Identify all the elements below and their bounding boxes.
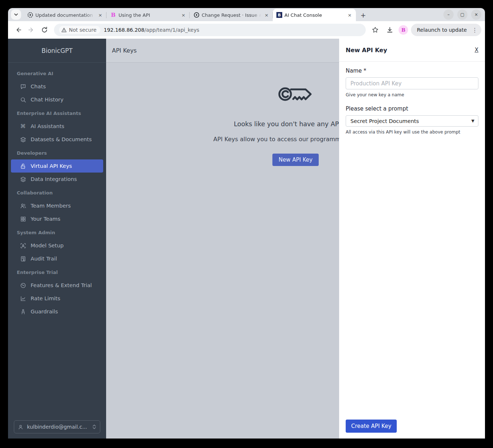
sidebar-item-label: AI Assistants: [31, 123, 64, 129]
sidebar-nav: Generative AI ? Chats Chat History Enter…: [8, 63, 106, 420]
bookmark-star-button[interactable]: [369, 24, 381, 36]
address-bar[interactable]: Not secure 192.168.86.208/app/team/1/api…: [54, 24, 366, 36]
panel-header: New API Key X: [339, 39, 485, 62]
tab-close-icon[interactable]: ×: [180, 12, 187, 18]
tab-close-icon[interactable]: ×: [346, 12, 353, 18]
sidebar-item-data-integrations[interactable]: Data Integrations: [11, 173, 103, 186]
empty-state-title: Looks like you don't have any API keys: [234, 120, 357, 128]
name-help-text: Give your new key a name: [346, 92, 478, 97]
sidebar-item-label: Guardrails: [31, 309, 58, 314]
relaunch-update-button[interactable]: Relaunch to update ⋮: [411, 24, 481, 36]
app-content: BionicGPT Generative AI ? Chats Chat His…: [8, 39, 485, 439]
app-logo: BionicGPT: [8, 39, 106, 63]
url-host: 192.168.86.208: [104, 27, 144, 33]
sidebar-item-label: Virtual API Keys: [31, 163, 72, 169]
prompt-help-text: All access via this API key will use the…: [346, 130, 478, 135]
minimize-button[interactable]: –: [443, 9, 454, 20]
sidebar-item-label: Datasets & Documents: [31, 136, 92, 142]
sidebar-item-audit-trail[interactable]: Audit Trail: [11, 252, 103, 265]
select-caret-icon: ▼: [471, 119, 474, 123]
prompt-selected-value: Secret Project Documents: [350, 118, 419, 124]
sidebar-item-model-setup[interactable]: Model Setup: [11, 239, 103, 252]
sidebar-item-team-members[interactable]: Team Members: [11, 199, 103, 212]
sidebar-item-guardrails[interactable]: Guardrails: [11, 305, 103, 318]
sidebar-item-label: Audit Trail: [31, 256, 57, 262]
sidebar-item-label: Chat History: [31, 97, 63, 103]
guardrail-person-icon: [20, 308, 26, 315]
name-label: Name *: [346, 67, 478, 74]
download-icon: [387, 27, 393, 33]
sidebar-item-label: Model Setup: [31, 243, 63, 248]
bionic-pink-favicon-icon: B: [110, 12, 116, 18]
bionic-navy-favicon-icon: B: [276, 12, 282, 18]
search-icon: [20, 96, 26, 103]
new-api-key-panel: New API Key X Name * Give your new key a…: [339, 39, 485, 439]
tab-updated-documentation[interactable]: Updated documentation ×: [23, 9, 106, 21]
new-tab-button[interactable]: +: [358, 10, 368, 20]
section-enterprise-trial: Enterprise Trial: [8, 265, 106, 279]
layers-icon: [20, 136, 26, 143]
sidebar-item-label: Your Teams: [31, 216, 60, 222]
section-developers: Developers: [8, 146, 106, 159]
tab-change-request[interactable]: Change Request · Issue # ×: [190, 9, 273, 21]
users-icon: [20, 202, 26, 209]
github-favicon-icon: [193, 12, 199, 18]
sidebar-item-your-teams[interactable]: Your Teams: [11, 212, 103, 225]
tab-title: AI Chat Console: [284, 12, 344, 18]
new-api-key-button[interactable]: New API Key: [272, 154, 319, 166]
maximize-button[interactable]: ▢: [457, 9, 467, 20]
api-key-icon: [277, 83, 314, 104]
sidebar-item-features-extend-trial[interactable]: Features & Extend Trial: [11, 279, 103, 292]
page-title: API Keys: [112, 47, 137, 54]
bionic-extension-icon[interactable]: B: [399, 25, 408, 35]
sidebar-item-label: Chats: [31, 84, 46, 89]
prompt-label: Please select a prompt: [346, 105, 478, 112]
reload-button[interactable]: [39, 24, 50, 36]
prompt-select[interactable]: Secret Project Documents ▼: [346, 115, 478, 127]
reload-icon: [41, 27, 48, 33]
user-email: kulbinderdio@gmail.c...: [27, 424, 89, 430]
tab-using-the-api[interactable]: B Using the API ×: [106, 9, 190, 21]
sidebar-item-datasets-documents[interactable]: Datasets & Documents: [11, 133, 103, 146]
lock-open-icon: [20, 163, 26, 169]
user-menu-select[interactable]: kulbinderdio@gmail.c...: [14, 420, 100, 433]
section-collaboration: Collaboration: [8, 186, 106, 199]
tab-close-icon[interactable]: ×: [97, 12, 104, 18]
user-icon: [18, 424, 23, 430]
sidebar-item-rate-limits[interactable]: Rate Limits: [11, 292, 103, 305]
chevron-down-icon: [14, 12, 18, 17]
tab-search-button[interactable]: [11, 9, 21, 20]
chart-line-icon: [20, 295, 26, 302]
tab-close-icon[interactable]: ×: [263, 12, 270, 18]
sidebar-item-label: Data Integrations: [31, 176, 77, 182]
github-favicon-icon: [27, 12, 33, 18]
sidebar-item-ai-assistants[interactable]: ⌘ AI Assistants: [11, 120, 103, 133]
window-controls: – ▢ ×: [443, 9, 481, 20]
chat-bubble-icon: ?: [20, 83, 26, 90]
sidebar-item-chats[interactable]: ? Chats: [11, 80, 103, 93]
sidebar-item-label: Features & Extend Trial: [31, 282, 92, 288]
create-api-key-button[interactable]: Create API Key: [346, 420, 397, 433]
forward-button[interactable]: [26, 24, 37, 36]
forward-arrow-icon: [28, 27, 35, 33]
sidebar-item-virtual-api-keys[interactable]: Virtual API Keys: [11, 159, 103, 173]
security-chip[interactable]: Not secure: [59, 26, 100, 34]
grid-icon: [20, 216, 26, 222]
api-key-name-input[interactable]: [346, 77, 478, 89]
download-button[interactable]: [384, 24, 396, 36]
select-chevrons-icon: [92, 424, 96, 429]
tab-strip: Updated documentation × B Using the API …: [8, 8, 485, 21]
browser-menu-icon[interactable]: ⋮: [470, 27, 479, 34]
sidebar-item-label: Rate Limits: [31, 296, 60, 301]
close-button[interactable]: ×: [471, 9, 481, 20]
browser-window: Updated documentation × B Using the API …: [8, 8, 485, 439]
tab-title: Updated documentation: [35, 12, 95, 18]
panel-body: Name * Give your new key a name Please s…: [339, 62, 485, 420]
tab-ai-chat-console[interactable]: B AI Chat Console ×: [273, 9, 356, 21]
browser-toolbar: Not secure 192.168.86.208/app/team/1/api…: [8, 21, 485, 39]
panel-footer: Create API Key: [339, 420, 485, 439]
sidebar-item-chat-history[interactable]: Chat History: [11, 93, 103, 106]
scan-user-icon: [20, 242, 26, 249]
back-button[interactable]: [12, 24, 24, 36]
panel-close-button[interactable]: X: [475, 47, 478, 53]
